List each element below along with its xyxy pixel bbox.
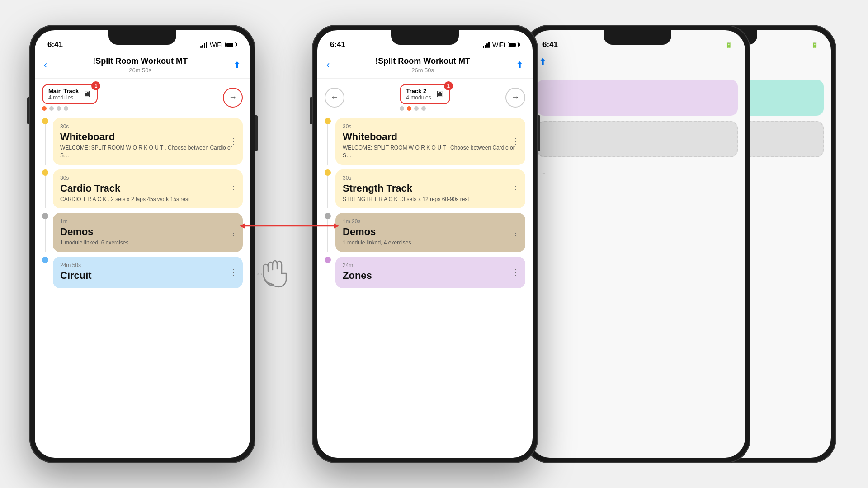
dot-1-2 <box>49 106 54 111</box>
module-row-2-4: 24m Zones ⋮ <box>317 257 533 293</box>
module-dot-1-3 <box>42 213 48 219</box>
dot-2-4 <box>421 106 426 111</box>
module-menu-1-1[interactable]: ⋮ <box>229 136 237 146</box>
phone-1: 6:41 WiFi ‹ !Split Room Workout MT <box>29 25 255 463</box>
workout-title-2: !Split Room Workout MT <box>375 56 470 66</box>
status-icons-3: 🔋 <box>725 42 732 48</box>
workout-duration-2: 26m 50s <box>375 67 470 74</box>
module-desc-1-1: WELCOME: SPLIT ROOM W O R K O U T . Choo… <box>60 144 236 160</box>
module-duration-1-3: 1m <box>60 218 236 225</box>
module-menu-2-3[interactable]: ⋮ <box>512 228 520 238</box>
module-title-2-1: Whiteboard <box>343 131 518 143</box>
nav-bar-3: ⬆︎ <box>530 53 745 72</box>
arrow-svg <box>240 221 339 230</box>
time-2: 6:41 <box>330 40 345 49</box>
prev-track-button-2[interactable]: ← <box>325 88 344 108</box>
modules-list-2: 30s Whiteboard WELCOME: SPLIT ROOM W O R… <box>317 114 533 296</box>
module-card-2-3[interactable]: 1m 20s Demos 1 module linked, 4 exercise… <box>335 213 525 252</box>
module-menu-2-4[interactable]: ⋮ <box>512 267 520 277</box>
module-dot-2-2 <box>325 169 331 176</box>
back-button-2[interactable]: ‹ <box>326 59 330 71</box>
gesture-container: ↔ <box>255 253 292 291</box>
workout-title-1: !Split Room Workout MT <box>93 56 188 66</box>
module-card-1-2[interactable]: 30s Cardio Track CARDIO T R A C K . 2 se… <box>53 169 243 209</box>
module-row-2-3: 1m 20s Demos 1 module linked, 4 exercise… <box>317 213 533 257</box>
time-1: 6:41 <box>47 40 63 49</box>
nav-title-2: !Split Room Workout MT 26m 50s <box>375 56 470 74</box>
track-modules-2: 4 modules <box>406 94 431 101</box>
status-icons-1: WiFi <box>200 41 237 48</box>
module-card-2-1[interactable]: 30s Whiteboard WELCOME: SPLIT ROOM W O R… <box>335 118 525 165</box>
module-card-2-2[interactable]: 30s Strength Track STRENGTH T R A C K . … <box>335 169 525 209</box>
module-dot-2-4 <box>325 257 331 263</box>
module-desc-2-2: STRENGTH T R A C K . 3 sets x 12 reps 60… <box>343 196 518 203</box>
svg-text:↔: ↔ <box>255 269 264 278</box>
module-menu-1-3[interactable]: ⋮ <box>229 228 237 238</box>
timeline-col-1-3 <box>42 213 48 252</box>
share-button-2[interactable]: ⬆︎ <box>516 60 524 70</box>
module-desc-2-1: WELCOME: SPLIT ROOM W O R K O U T . Choo… <box>343 144 518 160</box>
module-menu-1-4[interactable]: ⋮ <box>229 267 237 277</box>
timeline-line-1-3 <box>45 219 46 252</box>
workout-duration-1: 26m 50s <box>93 67 188 74</box>
notification-badge-2: 1 <box>444 81 453 90</box>
notification-badge-1: 1 <box>91 81 100 90</box>
battery-icon-2 <box>508 42 520 47</box>
dot-1-3 <box>57 106 61 111</box>
track-name-1: Main Track <box>48 88 79 94</box>
wifi-icon-2: WiFi <box>492 41 505 48</box>
phone-2: 6:41 WiFi ‹ !Split Room Workout MT <box>312 25 538 463</box>
track-badge-wrapper-2: Track 2 4 modules 🖥 1 <box>400 84 450 111</box>
module-duration-1-2: 30s <box>60 175 236 181</box>
dot-1-4 <box>64 106 68 111</box>
module-duration-2-4: 24m <box>343 262 518 268</box>
track-badge-wrapper-1: Main Track 4 modules 🖥 1 <box>42 84 98 111</box>
track-dots-1 <box>42 106 68 111</box>
timeline-col-1-4 <box>42 257 48 288</box>
back-button-1[interactable]: ‹ <box>44 59 47 71</box>
signal-icon <box>200 42 207 48</box>
module-title-1-3: Demos <box>60 226 236 238</box>
phone-3: 6:41 🔋 ⬆︎ - <box>524 25 750 463</box>
module-duration-2-1: 30s <box>343 123 518 130</box>
track-selector-1: Main Track 4 modules 🖥 1 → <box>35 79 250 114</box>
battery-icon <box>225 42 237 47</box>
next-track-button-1[interactable]: → <box>223 88 243 108</box>
next-track-button-2[interactable]: → <box>505 88 525 108</box>
timeline-col-2-3 <box>325 213 331 252</box>
track-info-1: Main Track 4 modules <box>48 88 79 101</box>
module-title-1-1: Whiteboard <box>60 131 236 143</box>
track-modules-1: 4 modules <box>48 94 79 101</box>
share-button-1[interactable]: ⬆︎ <box>233 60 241 70</box>
module-dot-1-4 <box>42 257 48 263</box>
module-title-2-3: Demos <box>343 226 518 238</box>
track-badge-2[interactable]: Track 2 4 modules 🖥 1 <box>400 84 450 104</box>
module-menu-2-1[interactable]: ⋮ <box>512 136 520 146</box>
notch-3 <box>604 30 671 45</box>
track-badge-1[interactable]: Main Track 4 modules 🖥 1 <box>42 84 98 104</box>
status-icons-2: WiFi <box>483 41 520 48</box>
track-name-2: Track 2 <box>406 88 431 94</box>
module-card-1-1[interactable]: 30s Whiteboard WELCOME: SPLIT ROOM W O R… <box>53 118 243 165</box>
module-desc-1-3: 1 module linked, 6 exercises <box>60 239 236 247</box>
status-icons-4: 🔋 <box>811 42 818 48</box>
module-row-1-3: 1m Demos 1 module linked, 6 exercises ⋮ <box>35 213 250 257</box>
module-duration-1-4: 24m 50s <box>60 262 236 268</box>
timeline-col-2-4 <box>325 257 331 288</box>
battery-icon-4: 🔋 <box>811 42 818 48</box>
nav-title-1: !Split Room Workout MT 26m 50s <box>93 56 188 74</box>
module-duration-2-3: 1m 20s <box>343 218 518 225</box>
timeline-col-1-2 <box>42 169 48 209</box>
module-menu-1-2[interactable]: ⋮ <box>229 184 237 194</box>
screen-icon-2: 🖥 <box>435 89 444 99</box>
module-dot-2-1 <box>325 118 331 124</box>
nav-bar-1: ‹ !Split Room Workout MT 26m 50s ⬆︎ <box>35 53 250 79</box>
dot-2-2 <box>407 106 411 111</box>
module-menu-2-2[interactable]: ⋮ <box>512 184 520 194</box>
module-card-1-3[interactable]: 1m Demos 1 module linked, 6 exercises ⋮ <box>53 213 243 252</box>
track-info-2: Track 2 4 modules <box>406 88 431 101</box>
module-desc-1-2: CARDIO T R A C K . 2 sets x 2 laps 45s w… <box>60 196 236 203</box>
module-card-1-4[interactable]: 24m 50s Circuit ⋮ <box>53 257 243 288</box>
module-card-2-4[interactable]: 24m Zones ⋮ <box>335 257 525 288</box>
nav-bar-2: ‹ !Split Room Workout MT 26m 50s ⬆︎ <box>317 53 533 79</box>
